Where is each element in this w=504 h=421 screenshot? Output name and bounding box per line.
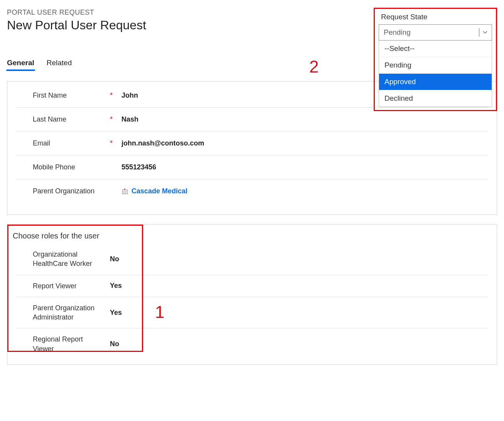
first-name-value: John xyxy=(121,91,138,100)
role-label: Report Viewer xyxy=(33,281,110,291)
tab-general[interactable]: General xyxy=(7,59,34,70)
field-last-name[interactable]: Last Name * Nash xyxy=(16,108,488,132)
svg-rect-3 xyxy=(126,190,127,191)
request-state-selected-value: Pending xyxy=(384,28,411,37)
dropdown-option-approved[interactable]: Approved xyxy=(379,74,492,90)
annotation-number-1: 1 xyxy=(155,303,164,322)
field-parent-organization[interactable]: Parent Organization Cascade Medical xyxy=(16,179,488,203)
dropdown-option-declined[interactable]: Declined xyxy=(379,90,492,107)
mobile-label: Mobile Phone xyxy=(33,163,110,171)
role-row-report-viewer[interactable]: Report Viewer Yes xyxy=(16,275,488,297)
role-value: Yes xyxy=(110,309,127,317)
mobile-value: 555123456 xyxy=(121,163,156,171)
role-label: Organizational HealthCare Worker xyxy=(33,250,110,269)
roles-panel: Choose roles for the user Organizational… xyxy=(7,224,497,365)
chevron-down-icon xyxy=(479,28,488,37)
request-state-dropdown: --Select-- Pending Approved Declined xyxy=(379,41,492,107)
svg-rect-1 xyxy=(123,190,124,191)
svg-rect-6 xyxy=(126,192,127,193)
parent-org-label: Parent Organization xyxy=(33,187,110,195)
email-label: Email xyxy=(33,139,110,147)
request-state-select[interactable]: Pending xyxy=(379,24,492,41)
last-name-value: Nash xyxy=(121,115,138,123)
role-row-org-healthcare-worker[interactable]: Organizational HealthCare Worker No xyxy=(16,243,488,275)
role-row-parent-org-admin[interactable]: Parent Organization Administrator Yes xyxy=(16,297,488,329)
role-value: No xyxy=(110,255,127,263)
svg-rect-4 xyxy=(123,192,124,193)
svg-rect-2 xyxy=(125,190,125,191)
svg-rect-5 xyxy=(125,192,125,193)
role-value: No xyxy=(110,340,127,348)
email-value: john.nash@contoso.com xyxy=(121,139,204,147)
tab-related[interactable]: Related xyxy=(47,59,72,70)
dropdown-option-select[interactable]: --Select-- xyxy=(379,41,492,57)
request-state-label: Request State xyxy=(379,13,492,21)
required-indicator: * xyxy=(110,139,121,147)
first-name-label: First Name xyxy=(33,91,110,100)
last-name-label: Last Name xyxy=(33,115,110,123)
role-label: Regional Report Viewer xyxy=(33,335,110,353)
request-state-callout: Request State Pending --Select-- Pending… xyxy=(374,8,497,111)
role-label: Parent Organization Administrator xyxy=(33,303,110,322)
field-email[interactable]: Email * john.nash@contoso.com xyxy=(16,132,488,156)
role-value: Yes xyxy=(110,282,127,290)
svg-rect-8 xyxy=(124,189,125,189)
building-icon xyxy=(121,188,128,195)
parent-org-link-text: Cascade Medical xyxy=(131,187,187,195)
annotation-number-2: 2 xyxy=(309,57,319,76)
dropdown-option-pending[interactable]: Pending xyxy=(379,57,492,74)
parent-org-value[interactable]: Cascade Medical xyxy=(121,187,187,195)
required-indicator: * xyxy=(110,91,121,100)
field-mobile-phone[interactable]: Mobile Phone 555123456 xyxy=(16,156,488,179)
required-indicator: * xyxy=(110,115,121,123)
roles-heading: Choose roles for the user xyxy=(7,227,497,243)
role-row-regional-report-viewer[interactable]: Regional Report Viewer No xyxy=(16,328,488,360)
